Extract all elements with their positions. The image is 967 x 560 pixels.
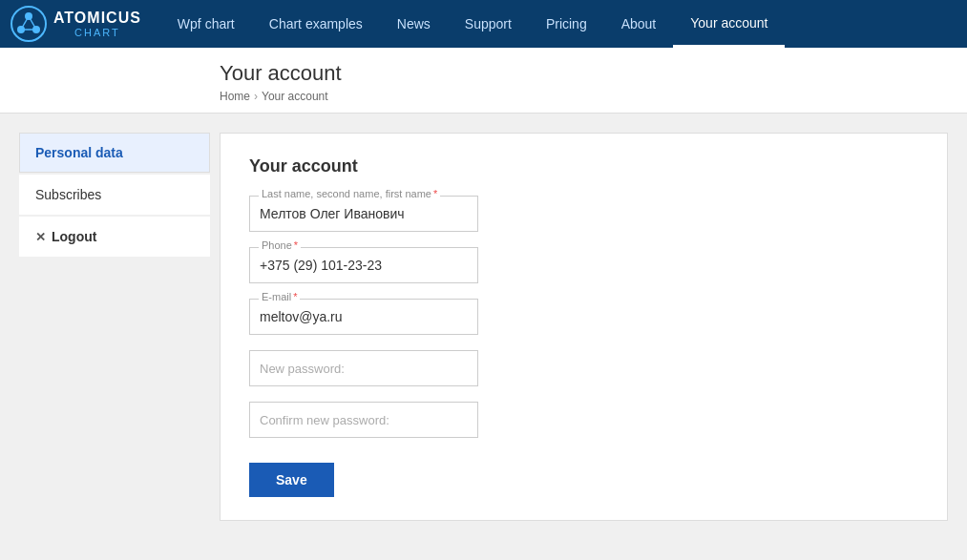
- phone-input[interactable]: [249, 247, 478, 283]
- nav-chart-examples[interactable]: Chart examples: [252, 0, 380, 48]
- confirm-password-input[interactable]: [249, 402, 478, 438]
- nav-pricing[interactable]: Pricing: [529, 0, 604, 48]
- breadcrumb-current: Your account: [262, 90, 328, 103]
- phone-field: Phone*: [249, 247, 918, 283]
- sidebar-subscribes[interactable]: Subscribes: [19, 175, 210, 215]
- fullname-input[interactable]: [249, 196, 478, 232]
- breadcrumb-home[interactable]: Home: [220, 90, 250, 103]
- fullname-field: Last name, second name, first name*: [249, 196, 918, 232]
- navigation: ATOMICUS CHART Wpf chart Chart examples …: [0, 0, 967, 48]
- save-button[interactable]: Save: [249, 463, 334, 497]
- phone-label: Phone*: [259, 239, 301, 251]
- email-input[interactable]: [249, 299, 478, 335]
- page-header: Your account Home › Your account: [0, 48, 967, 114]
- nav-your-account[interactable]: Your account: [673, 0, 785, 48]
- sidebar: Personal data Subscribes ✕ Logout: [19, 133, 220, 521]
- form-section-title: Your account: [249, 156, 918, 176]
- sidebar-logout[interactable]: ✕ Logout: [19, 217, 210, 257]
- logout-icon: ✕: [35, 230, 46, 244]
- svg-point-0: [11, 7, 46, 41]
- new-password-field: [249, 350, 918, 386]
- confirm-password-field: [249, 402, 918, 438]
- nav-about[interactable]: About: [604, 0, 674, 48]
- breadcrumb-separator: ›: [254, 90, 258, 103]
- nav-wpf-chart[interactable]: Wpf chart: [160, 0, 252, 48]
- logo[interactable]: ATOMICUS CHART: [10, 5, 141, 43]
- email-field: E-mail*: [249, 299, 918, 335]
- nav-support[interactable]: Support: [448, 0, 529, 48]
- new-password-input[interactable]: [249, 350, 478, 386]
- svg-line-4: [21, 16, 29, 30]
- breadcrumb: Home › Your account: [220, 90, 948, 103]
- fullname-label: Last name, second name, first name*: [259, 188, 440, 199]
- nav-links: Wpf chart Chart examples News Support Pr…: [160, 0, 957, 48]
- brand-name: ATOMICUS: [53, 10, 141, 27]
- brand-subtitle: CHART: [53, 27, 141, 38]
- nav-news[interactable]: News: [380, 0, 448, 48]
- page-title: Your account: [220, 61, 948, 86]
- svg-line-5: [29, 16, 36, 30]
- main-content: Personal data Subscribes ✕ Logout Your a…: [0, 114, 967, 540]
- form-area: Your account Last name, second name, fir…: [220, 133, 948, 521]
- email-label: E-mail*: [259, 291, 300, 302]
- sidebar-personal-data[interactable]: Personal data: [19, 133, 210, 173]
